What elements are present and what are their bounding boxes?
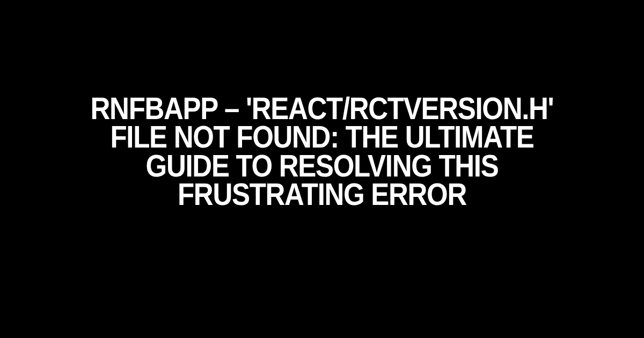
title-container: RNFBAPP – 'REACT/RCTVERSION.H' FILE NOT … xyxy=(0,94,644,208)
page-title: RNFBAPP – 'REACT/RCTVERSION.H' FILE NOT … xyxy=(67,94,577,208)
